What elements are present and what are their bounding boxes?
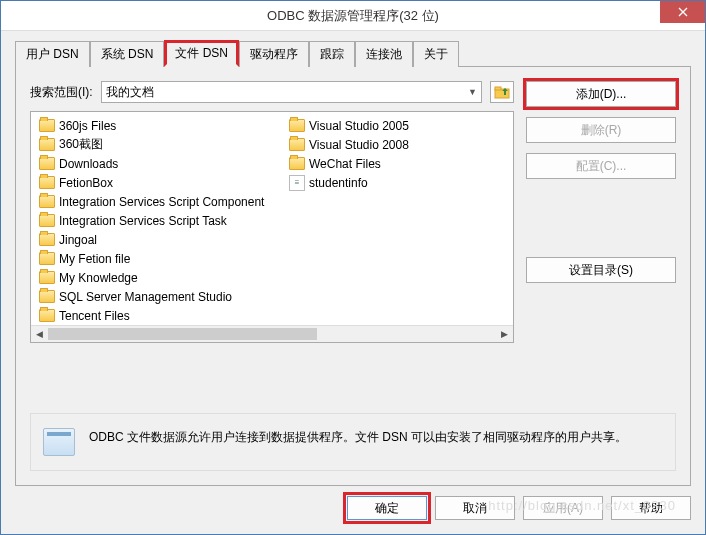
search-row: 搜索范围(I): 我的文档 ▼ [30,81,514,103]
list-item[interactable]: WeChat Files [287,154,514,173]
list-item[interactable]: 360截图 [37,135,287,154]
tab-strip: 用户 DSN 系统 DSN 文件 DSN 驱动程序 跟踪 连接池 关于 [1,31,705,66]
apply-button[interactable]: 应用(A) [523,496,603,520]
list-item[interactable]: ≡studentinfo [287,173,514,192]
list-item[interactable]: My Fetion file [37,249,287,268]
info-text: ODBC 文件数据源允许用户连接到数据提供程序。文件 DSN 可以由安装了相同驱… [89,428,627,446]
dsn-file-icon: ≡ [289,175,305,191]
search-label: 搜索范围(I): [30,84,93,101]
folder-icon [289,119,305,132]
list-item[interactable]: Integration Services Script Component [37,192,287,211]
folder-icon [39,176,55,189]
svg-rect-1 [495,87,501,90]
folder-icon [39,214,55,227]
tab-panel: 搜索范围(I): 我的文档 ▼ 360js [15,66,691,486]
folder-icon [289,138,305,151]
folder-up-button[interactable] [490,81,514,103]
scroll-right-icon[interactable]: ▶ [496,326,513,342]
add-button[interactable]: 添加(D)... [526,81,676,107]
top-row: 搜索范围(I): 我的文档 ▼ 360js [30,81,676,343]
folder-icon [39,119,55,132]
left-column: 搜索范围(I): 我的文档 ▼ 360js [30,81,514,343]
folder-icon [39,233,55,246]
horizontal-scrollbar[interactable]: ◀ ▶ [31,325,513,342]
tab-pool[interactable]: 连接池 [355,41,413,67]
titlebar: ODBC 数据源管理程序(32 位) [1,1,705,31]
list-item[interactable]: Jingoal [37,230,287,249]
tab-user-dsn[interactable]: 用户 DSN [15,41,90,67]
window-title: ODBC 数据源管理程序(32 位) [267,7,439,25]
list-item[interactable]: SQL Server Management Studio [37,287,287,306]
folder-up-icon [494,85,510,99]
list-item[interactable]: Tencent Files [37,306,287,325]
right-column: 添加(D)... 删除(R) 配置(C)... 设置目录(S) [526,81,676,343]
help-button[interactable]: 帮助 [611,496,691,520]
list-item[interactable]: Downloads [37,154,287,173]
folder-icon [39,290,55,303]
list-item[interactable]: Visual Studio 2005 [287,116,514,135]
tab-about[interactable]: 关于 [413,41,459,67]
search-scope-select[interactable]: 我的文档 ▼ [101,81,482,103]
close-icon [678,7,688,17]
datasource-icon [43,428,75,456]
set-directory-button[interactable]: 设置目录(S) [526,257,676,283]
scroll-thumb[interactable] [48,328,317,340]
info-panel: ODBC 文件数据源允许用户连接到数据提供程序。文件 DSN 可以由安装了相同驱… [30,413,676,471]
tab-trace[interactable]: 跟踪 [309,41,355,67]
scroll-track[interactable] [48,326,496,342]
list-item[interactable]: My Knowledge [37,268,287,287]
dialog-buttons: 确定 取消 应用(A) 帮助 [1,496,705,534]
ok-button[interactable]: 确定 [347,496,427,520]
folder-icon [39,195,55,208]
configure-button[interactable]: 配置(C)... [526,153,676,179]
search-scope-value: 我的文档 [106,84,154,101]
folder-icon [39,157,55,170]
list-item[interactable]: FetionBox [37,173,287,192]
chevron-down-icon: ▼ [468,87,477,97]
list-item[interactable]: Visual Studio 2008 [287,135,514,154]
tab-drivers[interactable]: 驱动程序 [239,41,309,67]
folder-icon [39,271,55,284]
tab-system-dsn[interactable]: 系统 DSN [90,41,165,67]
list-item[interactable]: 360js Files [37,116,287,135]
scroll-left-icon[interactable]: ◀ [31,326,48,342]
odbc-admin-window: ODBC 数据源管理程序(32 位) 用户 DSN 系统 DSN 文件 DSN … [0,0,706,535]
folder-icon [289,157,305,170]
close-button[interactable] [660,1,705,23]
folder-icon [39,138,55,151]
tab-file-dsn[interactable]: 文件 DSN [164,40,239,67]
list-item[interactable]: Integration Services Script Task [37,211,287,230]
folder-icon [39,252,55,265]
folder-icon [39,309,55,322]
cancel-button[interactable]: 取消 [435,496,515,520]
remove-button[interactable]: 删除(R) [526,117,676,143]
file-list[interactable]: 360js Files 360截图 Downloads FetionBox In… [30,111,514,343]
